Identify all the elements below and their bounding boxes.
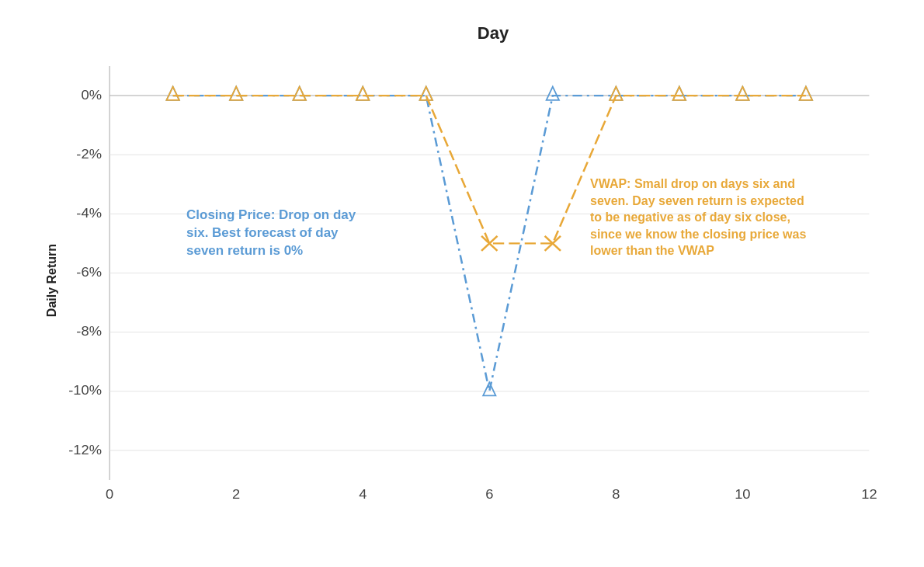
svg-text:0: 0 xyxy=(106,486,113,501)
chart-title: Day xyxy=(93,23,893,43)
orange-marker-3 xyxy=(294,87,306,100)
chart-container: Day Daily Return Closing Price: Drop on … xyxy=(0,0,924,567)
orange-marker-9 xyxy=(673,87,686,100)
blue-marker-4 xyxy=(356,87,369,100)
svg-text:12: 12 xyxy=(861,486,877,501)
y-axis-label: Daily Return xyxy=(45,244,59,317)
blue-marker-1 xyxy=(167,87,179,100)
blue-marker-2 xyxy=(230,87,242,100)
orange-marker-4 xyxy=(356,87,369,100)
blue-marker-9 xyxy=(673,87,686,100)
annotation-blue: Closing Price: Drop on day six. Best for… xyxy=(186,207,365,260)
svg-text:8: 8 xyxy=(612,486,620,501)
orange-marker-11 xyxy=(800,87,812,100)
blue-marker-3 xyxy=(294,87,306,100)
chart-area: Daily Return Closing Price: Drop on day … xyxy=(62,51,893,510)
blue-marker-7 xyxy=(547,87,559,100)
orange-marker-1 xyxy=(167,87,179,100)
svg-text:6: 6 xyxy=(485,486,493,501)
annotation-orange: VWAP: Small drop on days six and seven. … xyxy=(590,176,815,259)
svg-text:0%: 0% xyxy=(81,87,102,102)
svg-text:10: 10 xyxy=(735,486,751,501)
svg-text:-12%: -12% xyxy=(68,442,102,457)
orange-marker-10 xyxy=(736,87,749,100)
svg-text:-10%: -10% xyxy=(68,383,102,398)
svg-text:-6%: -6% xyxy=(76,265,102,280)
orange-marker-2 xyxy=(230,87,242,100)
svg-text:-2%: -2% xyxy=(76,147,102,162)
svg-text:-8%: -8% xyxy=(76,324,102,339)
svg-text:4: 4 xyxy=(359,486,366,501)
svg-text:-4%: -4% xyxy=(76,206,102,221)
blue-marker-11 xyxy=(800,87,812,100)
main-chart: 0% -2% -4% -6% -8% -10% -12% 0 2 4 6 8 1… xyxy=(62,51,893,510)
blue-marker-10 xyxy=(736,87,749,100)
svg-text:2: 2 xyxy=(232,486,240,501)
